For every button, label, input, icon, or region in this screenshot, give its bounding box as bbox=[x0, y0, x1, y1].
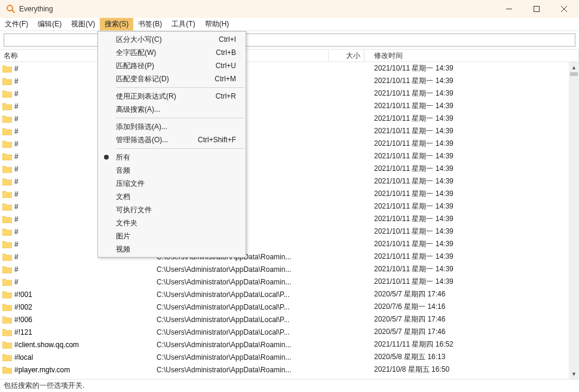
close-button[interactable] bbox=[550, 0, 578, 18]
menu-item[interactable]: 文件(F) bbox=[0, 18, 33, 30]
search-input[interactable] bbox=[4, 33, 575, 47]
table-row[interactable]: #ppData\Roamin...2021/10/11 星期一 14:39 bbox=[0, 150, 579, 163]
folder-icon bbox=[2, 203, 12, 211]
search-menu-dropdown: 区分大小写(C)Ctrl+I全字匹配(W)Ctrl+B匹配路径(P)Ctrl+U… bbox=[97, 31, 246, 258]
table-row[interactable]: #ppData\Roamin...2021/10/11 星期一 14:39 bbox=[0, 188, 579, 200]
menubar: 文件(F)编辑(E)视图(V)搜索(S)书签(B)工具(T)帮助(H) bbox=[0, 18, 579, 31]
menu-option[interactable]: 管理筛选器(O)...Ctrl+Shift+F bbox=[98, 133, 246, 146]
file-date-cell: 2021/11/11 星期四 16:52 bbox=[364, 339, 579, 350]
menu-shortcut: Ctrl+U bbox=[216, 62, 236, 70]
scroll-track[interactable] bbox=[569, 72, 579, 369]
table-row[interactable]: #ppData\Roamin...2021/10/11 星期一 14:39 bbox=[0, 87, 579, 100]
menu-option[interactable]: 文件夹 bbox=[98, 216, 246, 229]
maximize-button[interactable] bbox=[523, 0, 550, 18]
menu-separator bbox=[116, 148, 244, 149]
menu-item[interactable]: 视图(V) bbox=[66, 18, 100, 30]
menu-option[interactable]: 可执行文件 bbox=[98, 203, 246, 216]
file-name: # bbox=[14, 77, 19, 85]
table-row[interactable]: #ppData\Roamin...2021/10/11 星期一 14:39 bbox=[0, 175, 579, 188]
vertical-scrollbar[interactable]: ▲ ▼ bbox=[569, 62, 579, 379]
file-date-cell: 2021/10/11 星期一 14:39 bbox=[364, 189, 579, 199]
file-date-cell: 2021/10/11 星期一 14:39 bbox=[364, 252, 579, 262]
file-name: # bbox=[14, 278, 19, 286]
table-row[interactable]: #C:\Users\Administrator\AppData\Roamin..… bbox=[0, 263, 579, 275]
table-row[interactable]: #ppData\Roamin...2021/10/11 星期一 14:39 bbox=[0, 238, 579, 250]
scroll-up-button[interactable]: ▲ bbox=[569, 62, 579, 72]
folder-icon bbox=[2, 102, 12, 111]
menu-option-label: 使用正则表达式(R) bbox=[116, 91, 176, 102]
table-row[interactable]: #ppData\Roamin...2021/10/11 星期一 14:39 bbox=[0, 125, 579, 137]
menu-option[interactable]: 所有 bbox=[98, 151, 246, 164]
folder-icon bbox=[2, 215, 12, 223]
file-date-cell: 2021/10/11 星期一 14:39 bbox=[364, 164, 579, 174]
table-row[interactable]: #ppData\Roamin...2021/10/11 星期一 14:39 bbox=[0, 163, 579, 175]
table-row[interactable]: #!121C:\Users\Administrator\AppData\Loca… bbox=[0, 326, 579, 338]
file-date-cell: 2021/10/11 星期一 14:39 bbox=[364, 176, 579, 186]
table-row[interactable]: #ppData\Roamin...2021/10/11 星期一 14:39 bbox=[0, 75, 579, 87]
table-row[interactable]: #ppData\Roamin...2021/10/11 星期一 14:39 bbox=[0, 112, 579, 125]
table-row[interactable]: #client.show.qq.comC:\Users\Administrato… bbox=[0, 338, 579, 351]
file-name: # bbox=[14, 215, 19, 223]
menu-option[interactable]: 视频 bbox=[98, 243, 246, 256]
table-row[interactable]: #ppData\Roamin...2021/10/11 星期一 14:39 bbox=[0, 62, 579, 75]
table-row[interactable]: #ppData\Roamin...2021/10/11 星期一 14:39 bbox=[0, 137, 579, 150]
file-date-cell: 2021/10/11 星期一 14:39 bbox=[364, 151, 579, 161]
file-date-cell: 2020/5/8 星期五 16:13 bbox=[364, 352, 579, 362]
file-name: #local bbox=[14, 353, 33, 362]
folder-icon bbox=[2, 353, 12, 362]
menu-item[interactable]: 书签(B) bbox=[133, 18, 167, 30]
folder-icon bbox=[2, 366, 12, 374]
table-row[interactable]: #!006C:\Users\Administrator\AppData\Loca… bbox=[0, 313, 579, 326]
folder-icon bbox=[2, 278, 12, 286]
file-name-cell: #local bbox=[0, 353, 157, 362]
menu-shortcut: Ctrl+B bbox=[216, 48, 236, 57]
menu-item[interactable]: 工具(T) bbox=[167, 18, 200, 30]
file-date-cell: 2021/10/11 星期一 14:39 bbox=[364, 214, 579, 224]
table-row[interactable]: #ppData\Roamin...2021/10/11 星期一 14:39 bbox=[0, 225, 579, 238]
file-date-cell: 2021/10/11 星期一 14:39 bbox=[364, 239, 579, 249]
table-row[interactable]: #localC:\Users\Administrator\AppData\Roa… bbox=[0, 351, 579, 363]
menu-shortcut: Ctrl+R bbox=[216, 92, 236, 100]
file-name: # bbox=[14, 203, 19, 211]
menu-option[interactable]: 图片 bbox=[98, 229, 246, 243]
file-path-cell: C:\Users\Administrator\AppData\Local\P..… bbox=[157, 303, 329, 311]
table-row[interactable]: #ppData\Roamin...2021/10/11 星期一 14:39 bbox=[0, 213, 579, 225]
menu-option[interactable]: 压缩文件 bbox=[98, 177, 246, 190]
file-name-cell: #!001 bbox=[0, 290, 157, 299]
table-row[interactable]: #ppData\Roamin...2021/10/11 星期一 14:39 bbox=[0, 200, 579, 213]
menu-item[interactable]: 搜索(S) bbox=[100, 18, 133, 30]
menu-option-label: 音频 bbox=[116, 166, 130, 176]
scroll-down-button[interactable]: ▼ bbox=[569, 369, 579, 379]
menu-option[interactable]: 匹配路径(P)Ctrl+U bbox=[98, 59, 246, 72]
file-name: # bbox=[14, 228, 19, 236]
menu-option[interactable]: 匹配变音标记(D)Ctrl+M bbox=[98, 72, 246, 85]
folder-icon bbox=[2, 152, 12, 161]
menu-option[interactable]: 文档 bbox=[98, 190, 246, 203]
menu-option[interactable]: 使用正则表达式(R)Ctrl+R bbox=[98, 90, 246, 103]
svg-rect-3 bbox=[534, 7, 540, 12]
menu-option[interactable]: 音频 bbox=[98, 164, 246, 177]
file-date-cell: 2021/10/11 星期一 14:39 bbox=[364, 201, 579, 212]
menu-option[interactable]: 区分大小写(C)Ctrl+I bbox=[98, 33, 246, 46]
table-row[interactable]: #ppData\Roamin...2021/10/11 星期一 14:39 bbox=[0, 100, 579, 112]
menu-option[interactable]: 高级搜索(A)... bbox=[98, 103, 246, 116]
table-row[interactable]: #C:\Users\Administrator\AppData\Roamin..… bbox=[0, 250, 579, 263]
table-row[interactable]: #!001C:\Users\Administrator\AppData\Loca… bbox=[0, 288, 579, 301]
folder-icon bbox=[2, 265, 12, 274]
menu-item[interactable]: 编辑(E) bbox=[33, 18, 66, 30]
menu-option[interactable]: 添加到筛选(A)... bbox=[98, 120, 246, 133]
table-row[interactable]: #!002C:\Users\Administrator\AppData\Loca… bbox=[0, 301, 579, 313]
file-date-cell: 2020/5/7 星期四 17:46 bbox=[364, 289, 579, 299]
menu-option-label: 管理筛选器(O)... bbox=[116, 135, 168, 145]
menu-item[interactable]: 帮助(H) bbox=[200, 18, 234, 30]
file-date-cell: 2020/5/7 星期四 17:46 bbox=[364, 314, 579, 324]
scroll-thumb[interactable] bbox=[570, 72, 578, 76]
minimize-button[interactable] bbox=[495, 0, 523, 18]
file-name-cell: #!002 bbox=[0, 303, 157, 311]
file-name: # bbox=[14, 240, 19, 249]
table-row[interactable]: #C:\Users\Administrator\AppData\Roamin..… bbox=[0, 275, 579, 288]
menu-option[interactable]: 全字匹配(W)Ctrl+B bbox=[98, 46, 246, 59]
table-row[interactable]: #player.mgtv.comC:\Users\Administrator\A… bbox=[0, 363, 579, 376]
column-date-header[interactable]: 修改时间 bbox=[364, 50, 579, 62]
column-size-header[interactable]: 大小 bbox=[329, 50, 364, 62]
